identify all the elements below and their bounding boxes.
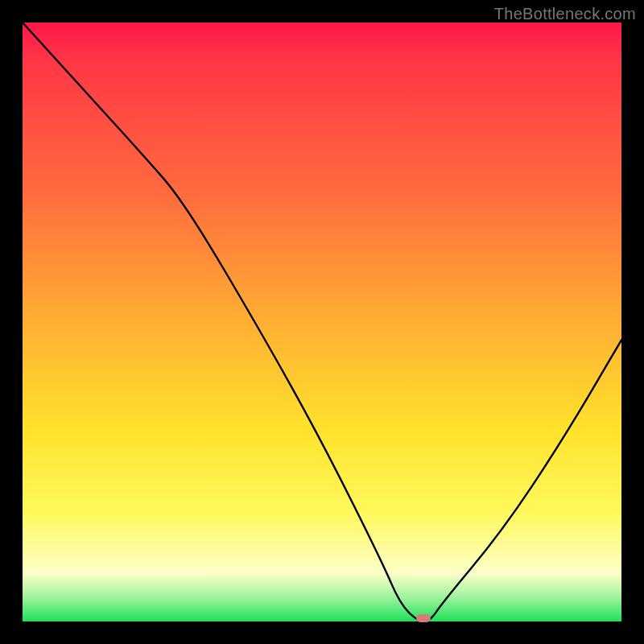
watermark-text: TheBottleneck.com [494, 5, 636, 23]
optimal-marker [416, 614, 431, 622]
chart-container: TheBottleneck.com [0, 0, 644, 644]
bottleneck-curve [23, 23, 621, 621]
plot-area [23, 23, 621, 621]
